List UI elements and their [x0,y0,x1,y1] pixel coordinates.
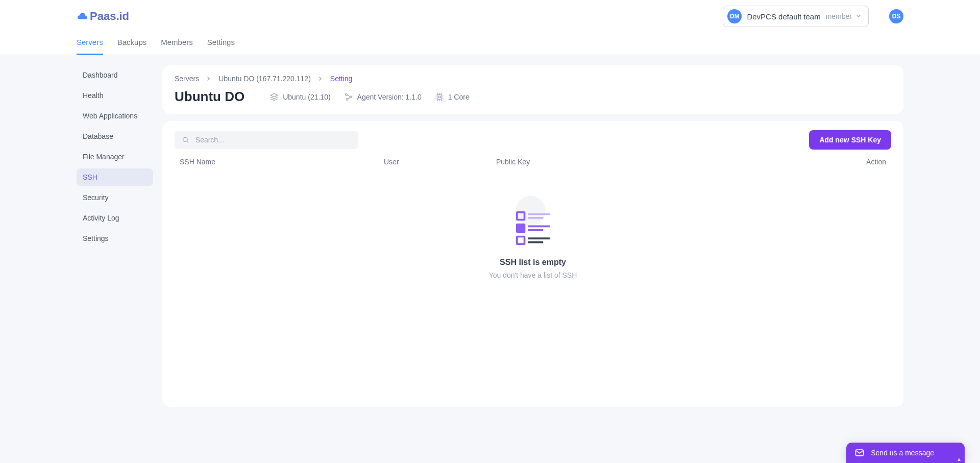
svg-rect-10 [517,225,525,232]
meta-cores-text: 1 Core [448,93,470,101]
toolbar: Add new SSH Key [175,130,891,150]
main: Dashboard Health Web Applications Databa… [0,55,980,463]
search-input[interactable] [194,135,351,144]
col-public-key: Public Key [496,158,845,166]
search-icon [182,136,189,144]
sidebar-item-security[interactable]: Security [77,189,153,206]
layers-icon [270,92,279,102]
breadcrumb: Servers Ubuntu DO (167.71.220.112) Setti… [175,75,891,83]
sidebar-item-settings[interactable]: Settings [77,230,153,247]
sidebar-item-filemanager[interactable]: File Manager [77,148,153,165]
empty-state: SSH list is empty You don't have a list … [175,169,891,325]
chat-label: Send us a message [871,449,934,457]
logo-text: Paas.id [90,10,129,23]
user-avatar[interactable]: DS [889,9,903,23]
expand-icon: ▲ [957,456,962,462]
team-selector[interactable]: DM DevPCS default team member [723,6,869,27]
cpu-icon [435,92,444,102]
team-avatar: DM [727,9,742,23]
sidebar: Dashboard Health Web Applications Databa… [77,65,153,250]
server-title: Ubuntu DO [175,89,256,105]
meta-cores: 1 Core [435,92,470,102]
top-tabs: Servers Backups Members Settings [0,33,980,55]
nodes-icon [344,92,353,102]
empty-subtitle: You don't have a list of SSH [489,271,577,279]
tab-servers[interactable]: Servers [77,33,103,55]
sidebar-item-health[interactable]: Health [77,87,153,104]
svg-point-6 [516,196,546,226]
chevron-right-icon [206,76,211,81]
sidebar-item-database[interactable]: Database [77,128,153,145]
chat-widget[interactable]: Send us a message ▲ [846,443,965,463]
svg-rect-3 [437,94,442,99]
tab-backups[interactable]: Backups [117,33,147,55]
chevron-right-icon [318,76,323,81]
add-ssh-button[interactable]: Add new SSH Key [809,130,891,150]
meta-agent: Agent Version: 1.1.0 [344,92,422,102]
app-header: Paas.id DM DevPCS default team member DS [0,0,980,33]
logo[interactable]: Paas.id [77,10,129,23]
team-name: DevPCS default team [747,12,820,21]
breadcrumb-server[interactable]: Ubuntu DO (167.71.220.112) [218,75,311,83]
cloud-icon [77,11,88,22]
sidebar-item-dashboard[interactable]: Dashboard [77,66,153,84]
col-action: Action [845,158,886,166]
meta-os-text: Ubuntu (21.10) [283,93,330,101]
mail-icon [854,448,865,458]
team-role-wrap: member [826,12,861,20]
meta-agent-text: Agent Version: 1.1.0 [357,93,422,101]
table-header: SSH Name User Public Key Action [175,155,891,169]
empty-title: SSH list is empty [500,258,566,267]
title-row: Ubuntu DO Ubuntu (21.10) Agent Version: … [175,89,891,105]
sidebar-item-ssh[interactable]: SSH [77,168,153,186]
meta-os: Ubuntu (21.10) [270,92,330,102]
ssh-card: Add new SSH Key SSH Name User Public Key… [162,121,903,407]
svg-rect-4 [438,96,440,98]
tab-members[interactable]: Members [161,33,193,55]
content: Servers Ubuntu DO (167.71.220.112) Setti… [162,65,903,407]
header-right: DM DevPCS default team member DS [723,6,903,27]
chevron-down-icon [856,14,861,19]
svg-rect-13 [517,237,525,245]
svg-point-5 [183,137,187,142]
sidebar-item-webapps[interactable]: Web Applications [77,107,153,125]
col-ssh-name: SSH Name [180,158,384,166]
col-user: User [384,158,496,166]
empty-list-icon [505,194,561,251]
breadcrumb-current: Setting [330,75,353,83]
server-header-card: Servers Ubuntu DO (167.71.220.112) Setti… [162,65,903,114]
tab-settings[interactable]: Settings [207,33,235,55]
breadcrumb-servers[interactable]: Servers [175,75,199,83]
team-role: member [826,12,852,20]
search-box[interactable] [175,131,358,149]
sidebar-item-activity[interactable]: Activity Log [77,209,153,227]
